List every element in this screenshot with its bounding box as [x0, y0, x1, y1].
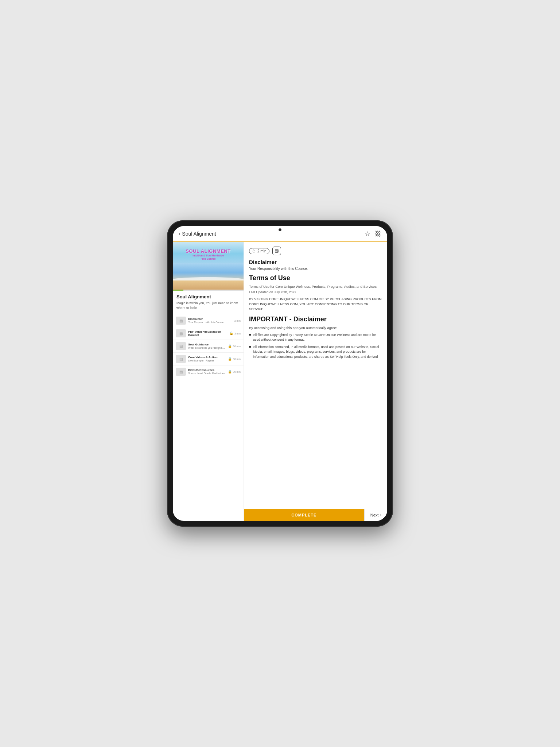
tablet-screen: ‹ Soul Alignment ☆ ⛓ SOUL ALIGNMENT: [173, 226, 387, 521]
lock-icon: 🔒: [228, 344, 232, 348]
overlay-subtitle-line1: Intuition & Soul Guidance: [173, 254, 244, 257]
tablet-device: ‹ Soul Alignment ☆ ⛓ SOUL ALIGNMENT: [167, 220, 393, 527]
lesson-info: DisclaimerYour Respon... with this Cours…: [188, 317, 232, 324]
lesson-duration: 30 min: [233, 371, 241, 373]
content-area: SOUL ALIGNMENT Intuition & Soul Guidance…: [173, 242, 387, 521]
course-title-overlay: SOUL ALIGNMENT Intuition & Soul Guidance…: [173, 249, 244, 260]
lesson-meta: 🔒30 min: [228, 370, 241, 374]
back-icon[interactable]: ‹: [179, 231, 180, 237]
nav-left[interactable]: ‹ Soul Alignment: [179, 231, 216, 237]
lesson-title: PDF Value Visualization Booklet: [188, 330, 227, 337]
lesson-info: PDF Value Visualization Booklet: [188, 330, 227, 337]
clock-icon: ⏱: [252, 249, 256, 253]
lock-icon: 🔒: [228, 370, 232, 374]
nav-right: ☆ ⛓: [365, 230, 381, 238]
lesson-subtitle: Source Level Oracle Meditations: [188, 372, 226, 375]
lesson-meta: 🔒30 min: [228, 357, 241, 361]
important-title: IMPORTANT - Disclaimer: [249, 316, 382, 324]
lesson-title: Disclaimer: [188, 317, 232, 321]
lesson-meta: 🔒3 min: [229, 332, 241, 335]
terms-updated: Last Updated on July 26th, 2022: [249, 290, 382, 294]
lesson-thumb: ▤: [176, 355, 186, 363]
bullet-text: All information contained, in all media …: [253, 345, 382, 360]
lesson-duration: 2 min: [234, 320, 241, 322]
link-badge[interactable]: ⛓: [272, 247, 281, 255]
terms-title: Terms of Use: [249, 274, 382, 282]
lesson-meta: 2 min: [234, 320, 241, 322]
list-item[interactable]: ▤PDF Value Visualization Booklet🔒3 min: [173, 327, 244, 340]
lesson-title: Soul Guidance: [188, 343, 226, 347]
list-item[interactable]: ▤BONUS ResourcesSource Level Oracle Medi…: [173, 365, 244, 378]
lesson-title: Core Values & Action: [188, 356, 226, 359]
lesson-title: BONUS Resources: [188, 368, 226, 372]
list-item[interactable]: ▤Soul GuidanceWhat is it and do you reco…: [173, 340, 244, 353]
lesson-header: ⏱ 2 min ⛓: [249, 247, 382, 255]
next-chevron-icon: ›: [380, 513, 381, 517]
lesson-meta: 🔒30 min: [228, 344, 241, 348]
terms-legal: BY VISITING COREUNIQUEWELLNESS.COM OR BY…: [249, 297, 382, 312]
lesson-subtitle: Live Example - Rayner: [188, 359, 226, 362]
lesson-info: BONUS ResourcesSource Level Oracle Medit…: [188, 368, 226, 375]
lesson-info: Soul GuidanceWhat is it and do you recog…: [188, 343, 226, 350]
left-panel: SOUL ALIGNMENT Intuition & Soul Guidance…: [173, 242, 244, 521]
bullet-item: All files are Copyrighted by Tracey Stee…: [249, 333, 382, 342]
bullet-text: All files are Copyrighted by Tracey Stee…: [253, 333, 382, 342]
overlay-subtitle-line2: Free Course: [173, 257, 244, 260]
lesson-thumb: ▤: [176, 317, 186, 325]
link-icon[interactable]: ⛓: [375, 230, 381, 238]
lesson-list: ▤DisclaimerYour Respon... with this Cour…: [173, 313, 244, 521]
lesson-disclaimer-title: Disclaimer: [249, 259, 382, 265]
course-info: Soul Alignment Magic is within you, You …: [173, 291, 244, 313]
terms-desc: Terms of Use for Core Unique Wellness. P…: [249, 284, 382, 289]
overlay-main-title: SOUL ALIGNMENT: [173, 249, 244, 254]
lesson-subtitle: Your Respon... with this Course.: [188, 321, 232, 324]
bullet-square-icon: [249, 334, 251, 336]
next-label: Next: [370, 513, 379, 517]
lesson-thumb: ▤: [176, 342, 186, 350]
lesson-info: Core Values & ActionLive Example - Rayne…: [188, 356, 226, 363]
camera: [279, 228, 281, 231]
complete-button[interactable]: COMPLETE: [244, 509, 364, 521]
bullet-item: All information contained, in all media …: [249, 345, 382, 360]
time-badge: ⏱ 2 min: [249, 248, 269, 254]
course-desc: Magic is within you, You just need to kn…: [176, 301, 240, 310]
lock-icon: 🔒: [228, 357, 232, 361]
bullet-square-icon: [249, 346, 251, 348]
lesson-thumb: ▤: [176, 329, 186, 337]
list-item[interactable]: ▤DisclaimerYour Respon... with this Cour…: [173, 314, 244, 327]
list-item[interactable]: ▤Core Values & ActionLive Example - Rayn…: [173, 353, 244, 365]
next-button[interactable]: Next ›: [364, 509, 387, 521]
right-panel: ⏱ 2 min ⛓ Disclaimer Your Responsibility…: [244, 242, 387, 509]
lock-icon: 🔒: [229, 332, 233, 335]
nav-title: Soul Alignment: [182, 231, 216, 237]
lesson-disclaimer-sub: Your Responsibility with this Course.: [249, 267, 382, 271]
beach-sand: [173, 280, 244, 290]
lesson-duration: 30 min: [233, 358, 241, 360]
star-icon[interactable]: ☆: [365, 230, 370, 238]
lesson-subtitle: What is it and do you recognise it?: [188, 346, 226, 349]
action-bar: COMPLETE Next ›: [244, 509, 387, 521]
lesson-thumb: ▤: [176, 368, 186, 376]
lesson-duration: 30 min: [233, 345, 241, 348]
important-desc: By accessing and using this app you auto…: [249, 325, 382, 330]
right-panel-wrapper: ⏱ 2 min ⛓ Disclaimer Your Responsibility…: [244, 242, 387, 521]
lesson-duration: 3 min: [234, 332, 241, 335]
bullet-list: All files are Copyrighted by Tracey Stee…: [249, 333, 382, 362]
course-name: Soul Alignment: [176, 294, 240, 299]
time-label: 2 min: [257, 249, 266, 253]
course-image: SOUL ALIGNMENT Intuition & Soul Guidance…: [173, 242, 244, 290]
